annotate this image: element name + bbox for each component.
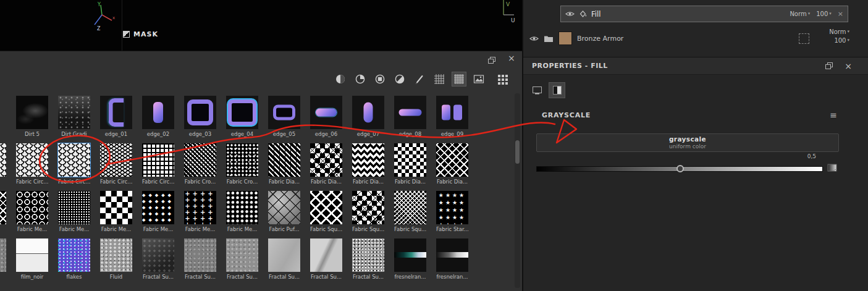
shelf-thumbnail[interactable] [184,143,216,177]
shelf-thumbnail[interactable]: ◆◆◆◆◆◆◆◆◆◆◆◆◆◆◆◆◆◆◆◆◆◆◆◆◆◆◆◆◆◆ [142,191,174,224]
shelf-item[interactable]: Fabric Squ... [310,191,342,233]
shelf-thumbnail[interactable] [268,238,300,272]
shelf-item[interactable]: Fractal Su... [184,238,216,280]
restore-window-icon[interactable] [488,57,496,64]
shelf-item[interactable]: Fabric Dia... [394,143,426,185]
visibility-eye-icon[interactable] [565,11,575,17]
visibility-eye-icon[interactable] [529,35,539,42]
sphere-half-icon[interactable] [334,72,347,86]
layer-row-fill[interactable]: Fill Norm▾ 100▾ × [560,6,848,22]
shelf-thumbnail[interactable]: ★★★★★★★★★★★★★★★★★★★★★★★★★★★★★★ [436,191,468,224]
viewport-3d[interactable]: Y x Z MASK V U [0,0,522,51]
shelf-item[interactable]: Fractal Su... [352,238,384,280]
shelf-thumbnail[interactable] [58,96,90,129]
dense-grid-icon[interactable] [452,72,466,86]
restore-panel-icon[interactable] [825,62,833,70]
shelf-item[interactable]: Fabric Circ... [142,143,174,185]
shelf-thumbnail[interactable] [100,96,132,129]
shelf-item[interactable]: ◆◆◆◆◆◆◆◆◆◆◆◆◆◆◆◆◆◆◆◆◆◆◆◆◆◆◆◆◆◆Fabric Me.… [142,191,174,233]
shelf-thumbnail[interactable] [394,143,426,177]
shelf-item[interactable]: Fabric Cro... [184,143,216,185]
shelf-item[interactable]: Fractal Su... [310,238,342,280]
slider-ramp-icon[interactable] [827,163,837,173]
shelf-thumbnail[interactable] [0,143,6,177]
slider-handle[interactable] [676,165,684,172]
shelf-item[interactable]: Fabric Puf... [268,191,300,233]
shelf-item[interactable]: Fabric Me... [58,191,90,233]
shelf-item[interactable]: edge_08 [394,96,426,138]
shelf-thumbnail[interactable] [100,191,132,224]
shelf-item[interactable]: Dirt Gradi [58,96,90,138]
fine-grid-icon[interactable] [432,72,446,86]
shelf-scrollbar-thumb[interactable] [515,140,520,164]
shelf-thumbnail[interactable] [226,238,258,272]
shelf-item[interactable]: ++++++++++++++++++++++++++++++Fabric Me.… [184,191,216,233]
shelf-thumbnail[interactable] [100,143,132,177]
opacity-select[interactable]: 100▾ [816,11,832,17]
blend-mode-select[interactable]: Norm▾ [790,11,810,17]
shelf-thumbnail[interactable] [226,143,258,177]
shelf-thumbnail[interactable] [352,96,384,129]
shelf-thumbnail[interactable]: ++++++++++++++++++++++++++++++ [184,191,216,224]
shelf-item[interactable]: edge_07 [352,96,384,138]
grayscale-source-button[interactable]: grayscale uniform color [536,133,839,152]
shelf-item[interactable]: Fabric Dia... [268,143,300,185]
shelf-thumbnail[interactable] [16,191,48,224]
shelf-item[interactable]: edge_04 [226,96,258,138]
shelf-thumbnail[interactable] [268,191,300,224]
mask-drop-target-icon[interactable] [799,33,809,44]
shelf-thumbnail[interactable] [394,96,426,129]
sphere-quarter-icon[interactable] [353,72,367,86]
layer-row-group[interactable]: Bronze Armor [523,27,868,49]
shelf-item[interactable]: Fractal Su... [226,238,258,280]
shelf-thumbnail[interactable] [352,191,384,224]
shelf-item[interactable]: Fabric Circ... [16,143,48,185]
shelf-thumbnail[interactable] [352,143,384,177]
shelf-thumbnail[interactable] [16,143,48,177]
shelf-item[interactable]: edge_09 [436,96,468,138]
shelf-thumbnail[interactable] [58,191,90,224]
shelf-thumbnail[interactable] [16,96,48,129]
shelf-item[interactable]: edge_02 [142,96,174,138]
shelf-item[interactable]: Fabric Cro... [226,143,258,185]
shelf-thumbnail[interactable] [100,238,132,272]
image-icon[interactable] [472,72,486,86]
shelf-item[interactable]: ★★★★★★★★★★★★★★★★★★★★★★★★★★★★★★Fabric Sta… [436,191,468,233]
grayscale-slider[interactable] [536,166,823,172]
shelf-scrollbar[interactable] [515,93,520,288]
shelf-thumbnail[interactable] [310,191,342,224]
shelf-thumbnail[interactable] [226,96,258,129]
shelf-thumbnail[interactable] [436,143,468,177]
shelf-item[interactable]: edge_06 [310,96,342,138]
shelf-thumbnail[interactable] [142,143,174,177]
blend-mode-select[interactable]: Norm▾ [829,28,849,35]
shelf-thumbnail[interactable] [142,238,174,272]
menu-icon[interactable]: ≡ [830,111,837,119]
shelf-thumbnail[interactable] [268,143,300,177]
shelf-item[interactable]: Fabric Circ... [100,143,132,185]
shelf-thumbnail[interactable] [184,238,216,272]
shelf-thumbnail[interactable] [16,238,48,272]
shelf-thumbnail[interactable] [352,238,384,272]
shelf-item[interactable]: Fabric Squ... [394,191,426,233]
shelf-thumbnail[interactable] [0,238,6,272]
close-icon[interactable]: × [508,53,515,63]
shelf-item-partial[interactable] [0,238,6,272]
shelf-thumbnail[interactable] [310,238,342,272]
tab-grayscale[interactable] [549,83,565,98]
opacity-select[interactable]: 100▾ [829,37,849,44]
shelf-item[interactable]: fresnelran... [436,238,468,280]
shelf-item[interactable]: Fabric Me... [226,191,258,233]
shelf-item[interactable]: edge_03 [184,96,216,138]
shelf-item[interactable]: Fabric Dia... [352,143,384,185]
pencil-icon[interactable] [413,72,426,86]
square-in-circle-icon[interactable] [373,72,387,86]
layer-thumbnail[interactable] [558,32,572,45]
shelf-item[interactable]: Fluid [100,238,132,280]
shelf-item[interactable]: Fabric Dia... [310,143,342,185]
shelf-item[interactable]: edge_01 [100,96,132,138]
shelf-item[interactable]: Fractal Su... [268,238,300,280]
shelf-thumbnail[interactable] [310,143,342,177]
sphere-diagonal-icon[interactable] [393,72,407,86]
shelf-thumbnail[interactable] [142,96,174,129]
